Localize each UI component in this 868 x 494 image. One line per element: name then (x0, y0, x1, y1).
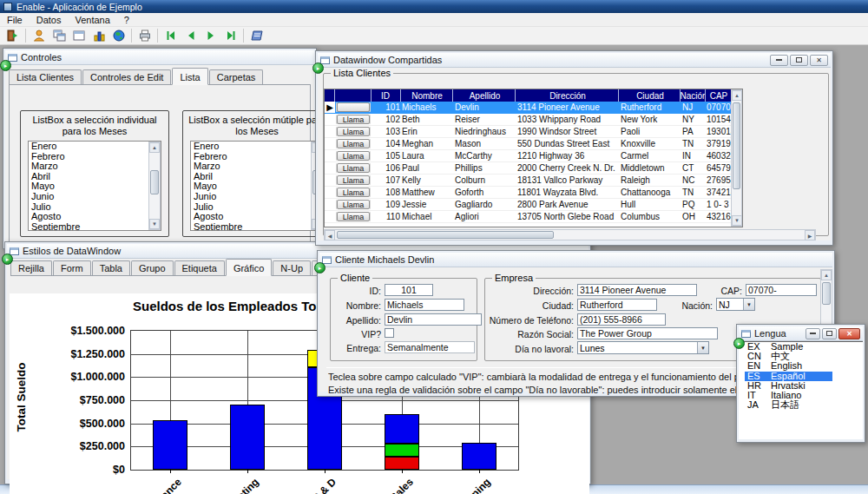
table-row[interactable]: Llama108MatthewGoforth11801 Wayzata Blvd… (325, 187, 742, 199)
llama-button[interactable]: Llama (337, 151, 370, 161)
list-item[interactable]: Septiembre (191, 222, 323, 231)
scroll-up-icon[interactable]: ▲ (149, 142, 160, 153)
close-button[interactable]: ✕ (810, 55, 828, 66)
table-row[interactable]: Llama110MichaelAgliori13705 North Glebe … (325, 211, 742, 223)
scroll-down-icon[interactable]: ▼ (149, 219, 160, 229)
tab-n-up[interactable]: N-Up (273, 260, 311, 275)
llama-button[interactable] (337, 102, 370, 112)
table-row[interactable]: Llama104MeghanMason550 Dundas Street Eas… (325, 138, 742, 150)
next-record-button[interactable] (201, 28, 220, 44)
tab-tabla[interactable]: Tabla (92, 260, 130, 275)
bar-segment[interactable] (385, 414, 419, 444)
direccion-field[interactable]: 3114 Pioneer Avenue (577, 284, 697, 296)
print-button[interactable] (135, 28, 155, 44)
scrollbar-thumb[interactable] (337, 231, 554, 239)
entrega-field[interactable]: Semanalmente (385, 341, 475, 353)
table-row[interactable]: Llama109JessieGagliardo2800 Park AvenueH… (325, 199, 742, 211)
list-item[interactable]: Agosto (29, 212, 161, 222)
tab-rejilla[interactable]: Rejilla (10, 260, 52, 275)
restore-button[interactable] (790, 55, 808, 66)
list-item[interactable]: Enero (191, 142, 323, 152)
last-record-button[interactable] (220, 28, 240, 44)
table-vertical-scrollbar[interactable]: ▲ ▼ (731, 89, 742, 227)
minimize-button[interactable] (806, 328, 820, 339)
scrollbar-thumb[interactable] (150, 170, 159, 194)
previous-record-button[interactable] (181, 28, 201, 44)
scroll-up-icon[interactable]: ▲ (732, 90, 742, 101)
llama-button[interactable]: Llama (337, 115, 370, 124)
scroll-up-icon[interactable]: ▲ (821, 270, 832, 280)
dia-no-lavoral-dropdown[interactable]: Lunes ▼ (577, 341, 709, 354)
table-row[interactable]: Llama106PaulPhillips2000 Cherry Creek N.… (325, 162, 742, 175)
chart-button[interactable] (89, 28, 108, 44)
bar-segment[interactable] (230, 405, 265, 470)
nombre-field[interactable]: Michaels (385, 299, 464, 311)
tab-carpetas[interactable]: Carpetas (209, 69, 264, 84)
razon-social-field[interactable]: The Power Group (577, 327, 718, 339)
scrollbar-thumb[interactable] (822, 282, 831, 305)
sheet-button[interactable] (247, 28, 266, 44)
cap-field[interactable]: 07070- (746, 284, 817, 296)
tab-grupo[interactable]: Grupo (131, 260, 174, 275)
llama-button[interactable]: Llama (337, 139, 370, 148)
scroll-right-icon[interactable]: ▶ (805, 230, 815, 240)
id-field[interactable]: 101 (385, 284, 433, 296)
bar-segment[interactable] (385, 457, 419, 470)
tab-etiqueta[interactable]: Etiqueta (174, 260, 225, 275)
table-row[interactable]: Llama102BethReiser1033 Whippany RoadNew … (325, 114, 742, 126)
exit-button[interactable] (3, 28, 23, 44)
menu-item-file[interactable]: File (0, 14, 30, 26)
months-listbox-multi[interactable]: EneroFebreroMarzoAbrilMayoJunioJulioAgos… (190, 141, 324, 231)
table-row[interactable]: Llama103ErinNiedringhaus1990 Windsor Str… (325, 126, 742, 138)
list-item[interactable]: Agosto (191, 212, 323, 222)
tab-lista[interactable]: Lista (172, 68, 207, 85)
tab-gr-fico[interactable]: Gráfico (226, 259, 272, 276)
restore-button[interactable] (822, 328, 837, 339)
datawindow-titlebar[interactable]: Datawindow Compartidas ✕ (318, 53, 831, 68)
controles-titlebar[interactable]: Controles (5, 50, 314, 65)
apellido-field[interactable]: Devlin (385, 313, 482, 326)
menu-item-ventana[interactable]: Ventana (68, 14, 116, 26)
cascade-windows-button[interactable] (49, 28, 69, 44)
list-item[interactable]: Enero (29, 142, 161, 152)
dropdown-arrow-icon[interactable]: ▼ (743, 299, 754, 310)
dropdown-arrow-icon[interactable]: ▼ (697, 342, 708, 353)
minimize-button[interactable] (770, 55, 788, 66)
llama-button[interactable]: Llama (337, 163, 370, 173)
language-item[interactable]: JA日本語 (739, 400, 863, 410)
bar-segment[interactable] (462, 443, 496, 470)
user-button[interactable] (29, 28, 49, 44)
tab-lista-clientes[interactable]: Lista Clientes (9, 69, 82, 84)
months-listbox-single[interactable]: EneroFebreroMarzoAbrilMayoJunioJulioAgos… (28, 141, 161, 231)
tab-form[interactable]: Form (53, 260, 91, 275)
tab-controles-de-edit[interactable]: Controles de Edit (82, 69, 171, 84)
scrollbar-thumb[interactable] (733, 102, 740, 189)
scroll-left-icon[interactable]: ◀ (325, 230, 335, 240)
table-row[interactable]: Llama107KellyColburn18131 Vallco Parkway… (325, 175, 742, 187)
table-row[interactable]: ▶101MichaelsDevlin3114 Pioneer AvenueRut… (325, 102, 742, 114)
lengua-titlebar[interactable]: Lengua ✕ (739, 326, 863, 341)
list-item[interactable]: Junio (191, 192, 323, 202)
window-button[interactable] (69, 28, 89, 44)
listbox-scrollbar[interactable]: ▲ ▼ (148, 142, 161, 230)
nacion-dropdown[interactable]: NJ ▼ (716, 298, 755, 311)
menu-item-?[interactable]: ? (117, 14, 136, 26)
table-horizontal-scrollbar[interactable]: ◀ ▶ (324, 229, 816, 240)
bar-segment[interactable] (153, 420, 187, 470)
telefono-field[interactable]: (201) 555-8966 (577, 313, 666, 326)
bar-segment[interactable] (385, 444, 419, 457)
llama-button[interactable]: Llama (337, 188, 370, 197)
table-row[interactable]: Llama105LauraMcCarthy1210 Highway 36Carm… (325, 150, 742, 162)
first-record-button[interactable] (161, 28, 181, 44)
list-item[interactable]: Junio (29, 192, 161, 202)
llama-button[interactable]: Llama (337, 200, 370, 209)
menu-item-datos[interactable]: Datos (30, 14, 69, 26)
llama-button[interactable]: Llama (337, 175, 370, 185)
scroll-down-icon[interactable]: ▼ (732, 215, 742, 226)
llama-button[interactable]: Llama (337, 127, 370, 136)
language-item[interactable]: ENEnglish (739, 361, 863, 371)
vip-checkbox[interactable] (385, 328, 394, 338)
globe-button[interactable] (108, 28, 128, 44)
list-item[interactable]: Septiembre (29, 222, 161, 231)
close-button[interactable]: ✕ (838, 328, 860, 339)
